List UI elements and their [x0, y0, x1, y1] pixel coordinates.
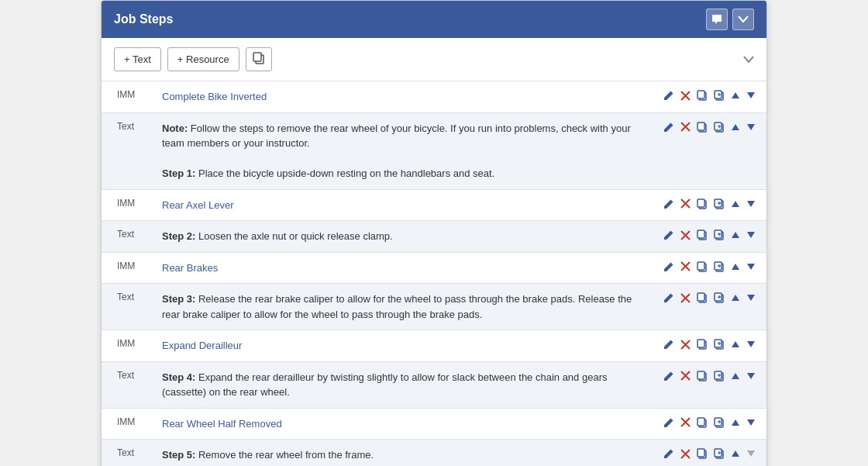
header-icons	[706, 9, 754, 30]
move-up-icon[interactable]	[729, 262, 742, 271]
copy-btn[interactable]	[246, 47, 272, 71]
copy1-icon[interactable]	[695, 416, 709, 429]
table-row: IMMRear Brakes	[102, 252, 766, 284]
copy2-icon[interactable]	[712, 370, 726, 382]
edit-icon[interactable]	[662, 447, 676, 460]
copy2-icon[interactable]	[712, 447, 726, 460]
move-down-icon[interactable]	[745, 418, 757, 427]
delete-icon[interactable]	[679, 339, 692, 350]
copy2-icon[interactable]	[712, 292, 726, 304]
delete-icon[interactable]	[679, 261, 692, 272]
table-row: IMMRear Axel Lever	[102, 189, 766, 221]
delete-icon[interactable]	[679, 230, 692, 241]
step-link[interactable]: Expand Derailleur	[162, 340, 242, 351]
action-icons	[662, 416, 757, 429]
move-up-icon[interactable]	[729, 199, 742, 209]
comment-icon-btn[interactable]	[706, 9, 728, 30]
copy1-icon[interactable]	[695, 338, 709, 350]
step-type-cell: IMM	[102, 330, 156, 362]
move-up-icon[interactable]	[729, 449, 742, 458]
edit-icon[interactable]	[662, 121, 676, 133]
edit-icon[interactable]	[662, 416, 676, 429]
move-up-icon[interactable]	[729, 418, 742, 427]
copy2-icon[interactable]	[712, 229, 726, 241]
action-icons	[662, 292, 757, 304]
step-link[interactable]: Rear Brakes	[162, 262, 218, 274]
step-content-cell: Rear Brakes	[156, 252, 653, 284]
table-row: TextStep 3: Release the rear brake calip…	[102, 284, 766, 330]
copy1-icon[interactable]	[695, 292, 709, 304]
copy1-icon[interactable]	[695, 370, 709, 382]
move-up-icon[interactable]	[729, 340, 742, 349]
move-down-icon[interactable]	[745, 91, 757, 100]
delete-icon[interactable]	[679, 448, 692, 460]
add-resource-btn[interactable]: + Resource	[167, 47, 239, 71]
step-link[interactable]: Complete Bike Inverted	[162, 91, 267, 102]
copy1-icon[interactable]	[695, 261, 709, 273]
add-text-btn[interactable]: + Text	[114, 47, 161, 71]
step-actions-cell	[653, 330, 766, 362]
delete-icon[interactable]	[679, 416, 692, 428]
step-link[interactable]: Rear Axel Lever	[162, 199, 234, 211]
copy1-icon[interactable]	[695, 121, 709, 133]
edit-icon[interactable]	[662, 292, 676, 304]
move-down-icon[interactable]	[745, 199, 757, 209]
move-down-icon[interactable]	[745, 293, 757, 302]
step-content-cell: Note: Follow the steps to remove the rea…	[156, 112, 653, 189]
collapse-btn[interactable]	[732, 9, 754, 30]
move-up-icon[interactable]	[729, 230, 742, 240]
copy2-icon[interactable]	[712, 198, 726, 210]
svg-rect-27	[698, 262, 704, 270]
edit-icon[interactable]	[662, 370, 676, 382]
action-icons	[662, 198, 757, 210]
delete-icon[interactable]	[679, 292, 692, 304]
step-actions-cell	[653, 408, 766, 440]
edit-icon[interactable]	[662, 89, 676, 102]
edit-icon[interactable]	[662, 261, 676, 273]
svg-rect-51	[698, 418, 704, 426]
edit-icon[interactable]	[662, 229, 676, 241]
table-row: IMMComplete Bike Inverted	[102, 81, 766, 112]
move-up-icon[interactable]	[729, 371, 742, 381]
move-up-icon[interactable]	[729, 91, 742, 100]
delete-icon[interactable]	[679, 90, 692, 102]
panel-header: Job Steps	[102, 1, 766, 38]
step-type-cell: Text	[102, 112, 156, 189]
step-content-cell: Rear Axel Lever	[156, 189, 653, 221]
edit-icon[interactable]	[662, 198, 676, 210]
move-down-icon[interactable]	[745, 371, 757, 381]
move-down-icon[interactable]	[745, 262, 757, 271]
copy1-icon[interactable]	[695, 447, 709, 460]
move-up-icon[interactable]	[729, 293, 742, 302]
delete-icon[interactable]	[679, 370, 692, 381]
svg-rect-3	[698, 91, 704, 98]
copy1-icon[interactable]	[695, 198, 709, 210]
table-row: TextStep 5: Remove the rear wheel from t…	[102, 440, 766, 467]
toolbar-collapse-icon[interactable]	[743, 53, 754, 67]
delete-icon[interactable]	[679, 121, 692, 133]
copy2-icon[interactable]	[712, 416, 726, 429]
copy2-icon[interactable]	[712, 338, 726, 350]
step-actions-cell	[653, 81, 766, 112]
copy2-icon[interactable]	[712, 121, 726, 133]
toolbar-left: + Text + Resource	[114, 47, 272, 71]
job-steps-panel: Job Steps + Text + Resource	[101, 0, 767, 466]
move-down-icon[interactable]	[745, 123, 757, 132]
copy1-icon[interactable]	[695, 89, 709, 102]
copy2-icon[interactable]	[712, 89, 726, 102]
step-type-cell: Text	[102, 284, 156, 330]
action-icons	[662, 338, 757, 350]
move-up-icon[interactable]	[729, 123, 742, 132]
delete-icon[interactable]	[679, 198, 692, 209]
step-actions-cell	[653, 252, 766, 284]
step-actions-cell	[653, 189, 766, 221]
step-type-cell: IMM	[102, 81, 156, 112]
svg-rect-15	[698, 199, 704, 207]
move-down-icon[interactable]	[745, 340, 757, 349]
move-down-icon[interactable]	[745, 230, 757, 240]
svg-rect-57	[698, 449, 704, 457]
copy2-icon[interactable]	[712, 261, 726, 273]
copy1-icon[interactable]	[695, 229, 709, 241]
step-link[interactable]: Rear Wheel Half Removed	[162, 418, 282, 430]
edit-icon[interactable]	[662, 338, 676, 350]
